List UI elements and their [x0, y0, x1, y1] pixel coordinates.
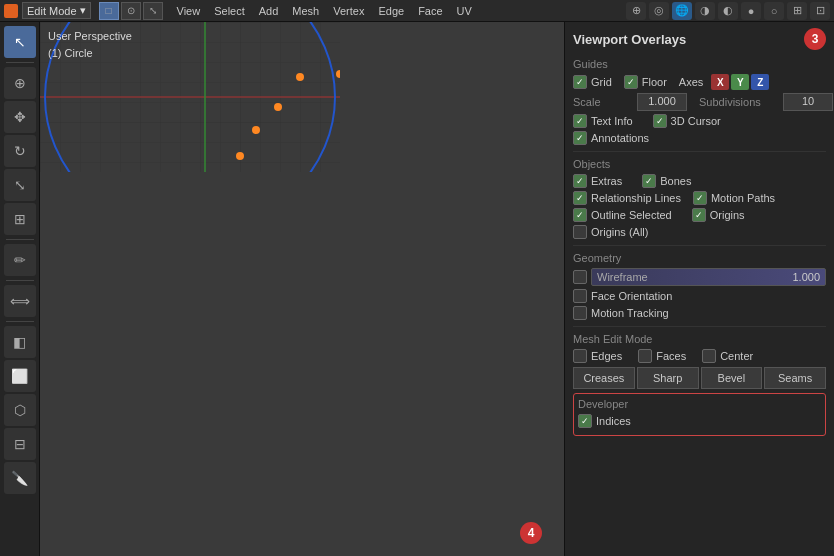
- toolbar-separator-2: [6, 239, 34, 240]
- menu-edge[interactable]: Edge: [372, 3, 410, 19]
- shading-material-icon[interactable]: ◐: [718, 2, 738, 20]
- motion-paths-checkbox[interactable]: [693, 191, 707, 205]
- relationship-lines-wrap[interactable]: Relationship Lines: [573, 191, 681, 205]
- face-orientation-checkbox[interactable]: [573, 289, 587, 303]
- outline-selected-checkbox[interactable]: [573, 208, 587, 222]
- axis-x-btn[interactable]: X: [711, 74, 729, 90]
- axis-y-btn[interactable]: Y: [731, 74, 749, 90]
- rotate-btn[interactable]: ↻: [4, 135, 36, 167]
- faces-wrap[interactable]: Faces: [638, 349, 686, 363]
- faces-checkbox[interactable]: [638, 349, 652, 363]
- annotations-wrap[interactable]: Annotations: [573, 131, 649, 145]
- svg-point-6: [336, 70, 340, 78]
- subdivisions-value[interactable]: 10: [783, 93, 833, 111]
- grid-checkbox-wrap[interactable]: Grid: [573, 75, 612, 89]
- wireframe-label: Wireframe: [597, 271, 648, 283]
- wireframe-bar[interactable]: Wireframe 1.000: [591, 268, 826, 286]
- mode-selector[interactable]: Edit Mode ▾: [4, 2, 91, 19]
- globe-icon[interactable]: 🌐: [672, 2, 692, 20]
- menu-vertex[interactable]: Vertex: [327, 3, 370, 19]
- scale-btn[interactable]: ⤡: [4, 169, 36, 201]
- main-content: ↖ ⊕ ✥ ↻ ⤡ ⊞ ✏ ⟺ ◧ ⬜ ⬡ ⊟ 🔪: [0, 22, 834, 556]
- origins-all-checkbox[interactable]: [573, 225, 587, 239]
- guides-annotations-row: Annotations: [573, 131, 826, 145]
- annotations-checkbox[interactable]: [573, 131, 587, 145]
- center-label: Center: [720, 350, 753, 362]
- select-tool-btn[interactable]: ↖: [4, 26, 36, 58]
- extras-checkbox[interactable]: [573, 174, 587, 188]
- viewport[interactable]: 2 4 6 8 10 12 14 16 18 20 22 24 26 User …: [40, 22, 564, 556]
- scale-icon[interactable]: ⤡: [143, 2, 163, 20]
- edges-checkbox[interactable]: [573, 349, 587, 363]
- menu-add[interactable]: Add: [253, 3, 285, 19]
- overlay-icon[interactable]: ⊞: [787, 2, 807, 20]
- rotate-icon[interactable]: ⊙: [121, 2, 141, 20]
- wireframe-checkbox[interactable]: [573, 270, 587, 284]
- gizmo-icon[interactable]: ⊡: [810, 2, 830, 20]
- badge-4: 4: [520, 522, 542, 544]
- center-checkbox[interactable]: [702, 349, 716, 363]
- outline-selected-wrap[interactable]: Outline Selected: [573, 208, 672, 222]
- motion-tracking-checkbox[interactable]: [573, 306, 587, 320]
- center-wrap[interactable]: Center: [702, 349, 753, 363]
- add-cube-btn[interactable]: ◧: [4, 326, 36, 358]
- inset-btn[interactable]: ⬜: [4, 360, 36, 392]
- cursor-btn[interactable]: ⊕: [4, 67, 36, 99]
- extras-wrap[interactable]: Extras: [573, 174, 622, 188]
- menu-view[interactable]: View: [171, 3, 207, 19]
- motion-tracking-wrap[interactable]: Motion Tracking: [573, 306, 669, 320]
- menu-select[interactable]: Select: [208, 3, 251, 19]
- scene-icon[interactable]: ⊕: [626, 2, 646, 20]
- render-icon[interactable]: ◎: [649, 2, 669, 20]
- menu-mesh[interactable]: Mesh: [286, 3, 325, 19]
- grid-checkbox[interactable]: [573, 75, 587, 89]
- select-box-icon[interactable]: □: [99, 2, 119, 20]
- edges-wrap[interactable]: Edges: [573, 349, 622, 363]
- floor-checkbox[interactable]: [624, 75, 638, 89]
- relationship-lines-checkbox[interactable]: [573, 191, 587, 205]
- annotate-btn[interactable]: ✏: [4, 244, 36, 276]
- bones-checkbox[interactable]: [642, 174, 656, 188]
- creases-btn[interactable]: Creases: [573, 367, 635, 389]
- origins-all-label: Origins (All): [591, 226, 648, 238]
- bevel-btn[interactable]: Bevel: [701, 367, 763, 389]
- bones-wrap[interactable]: Bones: [642, 174, 691, 188]
- mode-label: Edit Mode: [27, 5, 77, 17]
- indices-wrap[interactable]: Indices: [578, 414, 631, 428]
- origins-wrap[interactable]: Origins: [692, 208, 745, 222]
- scale-value[interactable]: 1.000: [637, 93, 687, 111]
- origins-checkbox[interactable]: [692, 208, 706, 222]
- indices-label: Indices: [596, 415, 631, 427]
- sharp-btn[interactable]: Sharp: [637, 367, 699, 389]
- shading-solid-icon[interactable]: ◑: [695, 2, 715, 20]
- 3d-cursor-wrap[interactable]: 3D Cursor: [653, 114, 721, 128]
- knife-btn[interactable]: 🔪: [4, 462, 36, 494]
- viewport-grid: 2 4 6 8 10 12 14 16 18 20 22 24 26: [40, 22, 340, 172]
- text-info-checkbox[interactable]: [573, 114, 587, 128]
- motion-paths-wrap[interactable]: Motion Paths: [693, 191, 775, 205]
- menu-bar: View Select Add Mesh Vertex Edge Face UV: [171, 3, 626, 19]
- faces-label: Faces: [656, 350, 686, 362]
- origins-all-wrap[interactable]: Origins (All): [573, 225, 648, 239]
- svg-point-5: [296, 73, 304, 81]
- indices-checkbox[interactable]: [578, 414, 592, 428]
- text-info-wrap[interactable]: Text Info: [573, 114, 633, 128]
- bevel-btn[interactable]: ⬡: [4, 394, 36, 426]
- 3d-cursor-checkbox[interactable]: [653, 114, 667, 128]
- 3d-cursor-label: 3D Cursor: [671, 115, 721, 127]
- transform-btn[interactable]: ⊞: [4, 203, 36, 235]
- face-orientation-wrap[interactable]: Face Orientation: [573, 289, 672, 303]
- floor-checkbox-wrap[interactable]: Floor: [624, 75, 667, 89]
- shading-rendered-icon[interactable]: ●: [741, 2, 761, 20]
- seams-btn[interactable]: Seams: [764, 367, 826, 389]
- axis-z-btn[interactable]: Z: [751, 74, 769, 90]
- measure-btn[interactable]: ⟺: [4, 285, 36, 317]
- menu-uv[interactable]: UV: [451, 3, 478, 19]
- relationship-lines-label: Relationship Lines: [591, 192, 681, 204]
- move-btn[interactable]: ✥: [4, 101, 36, 133]
- shading-wireframe-icon[interactable]: ○: [764, 2, 784, 20]
- face-orientation-row: Face Orientation: [573, 289, 826, 303]
- mode-dropdown[interactable]: Edit Mode ▾: [22, 2, 91, 19]
- loop-cut-btn[interactable]: ⊟: [4, 428, 36, 460]
- menu-face[interactable]: Face: [412, 3, 448, 19]
